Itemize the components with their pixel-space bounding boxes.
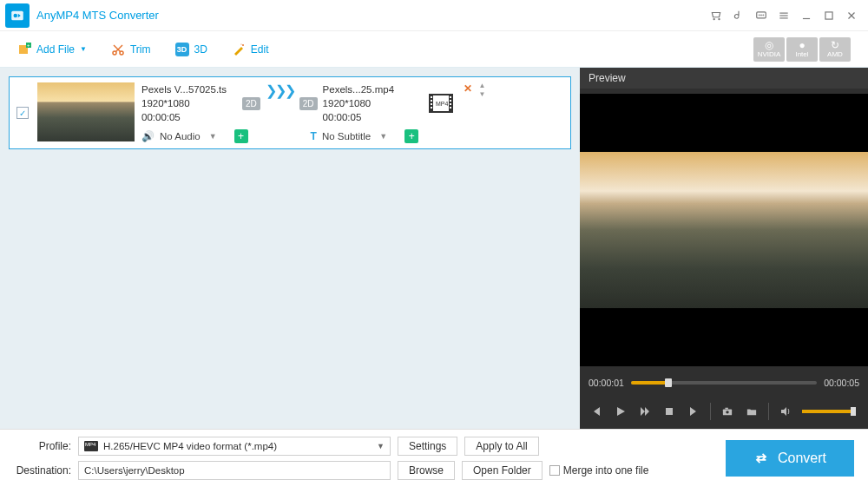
preview-panel: Preview 00:00:01 00:00:05 <box>580 68 868 429</box>
preview-frame <box>580 152 868 308</box>
svg-point-21 <box>240 43 241 44</box>
svg-point-5 <box>763 15 764 16</box>
subtitle-icon: T <box>311 130 317 142</box>
audio-icon: 🔊 <box>141 130 155 142</box>
add-file-button[interactable]: + Add File ▼ <box>17 43 87 56</box>
app-logo <box>5 3 30 28</box>
svg-rect-34 <box>666 408 673 415</box>
dst-resolution: 1920*1080 <box>323 96 418 110</box>
volume-slider[interactable] <box>802 410 854 413</box>
svg-text:MP4: MP4 <box>436 101 449 107</box>
3d-button[interactable]: 3D 3D <box>175 43 207 56</box>
open-folder-button[interactable]: Open Folder <box>462 461 542 480</box>
film-icon[interactable]: MP4 <box>429 94 453 113</box>
svg-rect-32 <box>450 107 451 108</box>
volume-button[interactable] <box>778 406 793 417</box>
svg-rect-37 <box>725 408 727 410</box>
add-subtitle-button[interactable]: + <box>404 129 418 143</box>
edit-button[interactable]: Edit <box>232 43 269 56</box>
dst-filename: Pexels...25.mp4 <box>323 82 418 96</box>
audio-dropdown[interactable]: 🔊 No Audio ▼ <box>141 130 220 142</box>
file-item[interactable]: ✓ Pexels V...57025.ts 1920*1080 00:00:05… <box>9 76 571 149</box>
gpu-badges: ◎NVIDIA ●Intel ↻AMD <box>753 37 851 62</box>
menu-icon[interactable] <box>774 6 793 25</box>
move-down-button[interactable]: ▼ <box>479 91 486 98</box>
file-checkbox-wrap: ✓ <box>15 82 30 143</box>
edit-label: Edit <box>251 43 269 56</box>
snapshot-button[interactable] <box>720 406 735 417</box>
svg-point-1 <box>14 13 18 17</box>
trim-button[interactable]: Trim <box>111 43 151 56</box>
snapshot-folder-button[interactable] <box>744 406 760 417</box>
add-audio-button[interactable]: + <box>234 129 248 143</box>
next-button[interactable] <box>686 406 701 417</box>
destination-label: Destination: <box>14 464 71 477</box>
prev-button[interactable] <box>589 406 604 417</box>
gpu-nvidia: ◎NVIDIA <box>753 37 785 62</box>
arrows-icon: ❯❯❯ <box>266 82 294 99</box>
merge-checkbox[interactable] <box>549 465 560 476</box>
bottom-panel: Profile: H.265/HEVC MP4 video format (*.… <box>0 429 868 480</box>
gpu-nvidia-label: NVIDIA <box>758 50 781 58</box>
svg-rect-29 <box>450 96 451 98</box>
toolbar: + Add File ▼ Trim 3D 3D Edit ◎NVIDIA ●In… <box>0 31 868 68</box>
caret-down-icon: ▼ <box>80 45 87 53</box>
file-thumbnail[interactable] <box>37 82 135 141</box>
play-button[interactable] <box>613 406 628 417</box>
caret-down-icon: ▼ <box>376 132 391 141</box>
audio-value: No Audio <box>160 131 201 141</box>
convert-button[interactable]: Convert <box>726 440 854 477</box>
profile-dropdown[interactable]: H.265/HEVC MP4 video format (*.mp4) ▼ <box>78 437 391 456</box>
apply-all-button[interactable]: Apply to All <box>464 437 538 456</box>
app-title: AnyMP4 MTS Converter <box>36 9 159 22</box>
plus-file-icon: + <box>17 43 31 56</box>
merge-label: Merge into one file <box>563 464 649 477</box>
move-up-button[interactable]: ▲ <box>479 82 486 89</box>
svg-text:+: + <box>27 43 30 48</box>
svg-rect-27 <box>431 103 432 105</box>
convert-label: Convert <box>778 450 826 466</box>
svg-rect-26 <box>431 100 432 102</box>
preview-video[interactable] <box>580 94 868 366</box>
svg-point-36 <box>726 411 728 413</box>
gpu-amd: ↻AMD <box>819 37 851 62</box>
caret-down-icon: ▼ <box>206 132 220 141</box>
settings-button[interactable]: Settings <box>398 437 457 456</box>
gpu-amd-label: AMD <box>827 50 843 58</box>
gpu-intel: ●Intel <box>786 37 818 62</box>
caret-down-icon: ▼ <box>377 442 385 450</box>
thermometer-icon[interactable] <box>729 6 748 25</box>
cart-icon[interactable] <box>707 6 726 25</box>
destination-input[interactable]: C:\Users\jerry\Desktop <box>78 461 391 480</box>
preview-title: Preview <box>580 68 868 89</box>
file-checkbox[interactable]: ✓ <box>16 107 29 119</box>
src-duration: 00:00:05 <box>141 110 237 124</box>
mp4-icon <box>84 441 98 451</box>
subtitle-dropdown[interactable]: T No Subtitle ▼ <box>311 130 391 142</box>
fastforward-button[interactable] <box>637 406 653 417</box>
merge-checkbox-row[interactable]: Merge into one file <box>549 464 649 477</box>
src-filename: Pexels V...57025.ts <box>141 82 237 96</box>
stop-button[interactable] <box>661 406 677 417</box>
profile-label: Profile: <box>14 440 71 452</box>
3d-label: 3D <box>194 43 207 56</box>
profile-value: H.265/HEVC MP4 video format (*.mp4) <box>103 441 372 451</box>
close-icon[interactable] <box>842 6 861 25</box>
trim-label: Trim <box>130 43 151 56</box>
maximize-icon[interactable] <box>819 6 838 25</box>
time-total: 00:00:05 <box>824 378 859 388</box>
3d-icon: 3D <box>175 43 189 56</box>
feedback-icon[interactable] <box>752 6 771 25</box>
minimize-icon[interactable] <box>797 6 816 25</box>
seek-slider[interactable] <box>631 381 817 385</box>
svg-rect-28 <box>431 107 432 108</box>
time-bar: 00:00:01 00:00:05 <box>580 372 868 394</box>
dst-2d-badge: 2D <box>299 97 318 110</box>
wand-icon <box>232 43 246 56</box>
player-controls <box>580 394 868 429</box>
convert-icon <box>753 450 769 466</box>
subtitle-value: No Subtitle <box>322 131 371 141</box>
svg-rect-30 <box>450 100 451 102</box>
browse-button[interactable]: Browse <box>398 461 455 480</box>
remove-file-button[interactable]: ✕ <box>464 82 472 95</box>
